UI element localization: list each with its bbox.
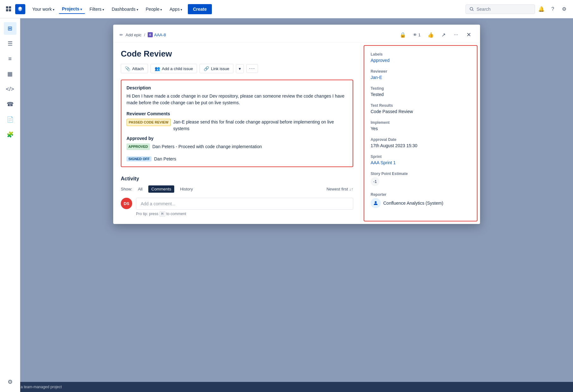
testing-value: Tested (371, 92, 471, 97)
testing-label: Testing (371, 86, 471, 91)
breadcrumb-edit-icon[interactable]: ✏ (120, 33, 123, 37)
issue-title: Code Review (121, 49, 353, 59)
left-panel: Code Review 📎 Attach 👥 Add a child issue… (113, 43, 361, 224)
close-button[interactable]: ✕ (464, 30, 474, 40)
watch-button[interactable]: 👁 1 (410, 31, 423, 39)
nav-people[interactable]: People (143, 5, 165, 14)
nav-apps[interactable]: Apps (166, 5, 185, 14)
nav-filters[interactable]: Filters (86, 5, 107, 14)
modal-body: Code Review 📎 Attach 👥 Add a child issue… (113, 43, 480, 224)
nav-dashboards[interactable]: Dashboards (108, 5, 141, 14)
labels-field: Labels Approved (371, 52, 471, 63)
top-navigation: Your work Projects Filters Dashboards Pe… (0, 0, 573, 18)
watch-icon: 👁 (413, 33, 417, 37)
description-box: Description Hi Den I have made a code ch… (121, 80, 353, 167)
grid-icon[interactable] (4, 4, 14, 14)
reporter-field: Reporter Confluence Analytics (System) (371, 192, 471, 208)
create-button[interactable]: Create (188, 4, 212, 14)
reviewer-comments-title: Reviewer Comments (126, 111, 348, 116)
breadcrumb-add-epic[interactable]: Add epic (126, 33, 142, 37)
passed-badge: PASSED CODE REVIEW (126, 119, 171, 126)
lock-button[interactable]: 🔒 (398, 30, 408, 40)
svg-rect-2 (6, 9, 8, 11)
share-button[interactable]: ↗ (438, 30, 448, 40)
issue-modal: ✏ Add epic / E AAA-8 🔒 👁 1 👍 ↗ ··· ✕ (113, 25, 480, 224)
epic-icon: E (148, 32, 153, 37)
modal-header: ✏ Add epic / E AAA-8 🔒 👁 1 👍 ↗ ··· ✕ (113, 25, 480, 43)
logo[interactable] (15, 4, 25, 14)
story-point-field: Story point estimate -1 (371, 172, 471, 186)
svg-rect-1 (9, 6, 11, 9)
signed-off-text: Dan Peters (154, 156, 176, 161)
reviewer-field: Reviewer Jan-E (371, 69, 471, 80)
svg-line-5 (472, 10, 473, 11)
bottom-bar: You're in a team-managed project (0, 382, 573, 392)
nav-your-work[interactable]: Your work (29, 5, 58, 14)
breadcrumb-epic-link[interactable]: E AAA-8 (148, 32, 166, 37)
reporter-row: Confluence Analytics (System) (371, 198, 471, 208)
test-results-value: Code Passed Review (371, 109, 471, 114)
link-issue-button[interactable]: 🔗 Link issue (200, 64, 233, 73)
sidebar-icon-puzzle[interactable]: 🧩 (4, 128, 16, 141)
sidebar-icon-settings[interactable]: ⚙ (4, 376, 16, 388)
more-actions-button[interactable]: ··· (451, 30, 461, 40)
breadcrumb-separator: / (144, 33, 145, 37)
notifications-icon[interactable]: 🔔 (536, 4, 546, 14)
toolbar: 📎 Attach 👥 Add a child issue 🔗 Link issu… (121, 64, 353, 73)
comment-input[interactable]: Add a comment... (136, 198, 353, 210)
link-icon: 🔗 (204, 66, 209, 71)
attach-icon: 📎 (125, 66, 130, 71)
reviewer-value[interactable]: Jan-E (371, 75, 471, 80)
search-bar[interactable]: Search (465, 4, 535, 14)
breadcrumb: ✏ Add epic / E AAA-8 (120, 32, 166, 37)
test-results-label: Test results (371, 103, 471, 108)
thumbs-up-button[interactable]: 👍 (426, 30, 436, 40)
activity-section: Activity Show: All Comments History Newe… (121, 173, 353, 216)
show-label: Show: (121, 187, 132, 191)
story-point-value: -1 (371, 177, 379, 186)
watch-count: 1 (418, 33, 421, 37)
comment-input-row: DS Add a comment... (121, 198, 353, 210)
sidebar-icon-table[interactable]: ▦ (4, 68, 16, 80)
sprint-value[interactable]: AAA Sprint 1 (371, 160, 471, 165)
svg-point-4 (470, 7, 473, 10)
approved-by-text: Dan Peters - Proceed with code change im… (152, 143, 262, 150)
reviewer-comment-text: Jan-E please send this for final code ch… (173, 119, 348, 132)
activity-tab-all[interactable]: All (135, 185, 145, 193)
nav-projects[interactable]: Projects (59, 4, 85, 14)
activity-tab-comments[interactable]: Comments (148, 185, 175, 193)
labels-value[interactable]: Approved (371, 58, 471, 63)
reporter-value: Confluence Analytics (System) (383, 201, 443, 206)
child-icon: 👥 (155, 66, 160, 71)
svg-point-6 (375, 201, 377, 203)
settings-icon[interactable]: ⚙ (559, 4, 569, 14)
signed-off-badge: SIGNED OFF (126, 156, 151, 161)
sidebar-icon-stack[interactable]: ≡ (4, 52, 16, 65)
sidebar-icon-phone[interactable]: ☎ (4, 98, 16, 111)
attach-button[interactable]: 📎 Attach (121, 64, 148, 73)
sort-button[interactable]: Newest first ↓↑ (326, 187, 353, 191)
activity-tab-history[interactable]: History (177, 185, 196, 193)
sidebar-icon-home[interactable]: ⊞ (4, 22, 16, 35)
test-results-field: Test results Code Passed Review (371, 103, 471, 114)
right-panel: Labels Approved Reviewer Jan-E Testing T… (364, 45, 478, 221)
approval-date-label: Approval Date (371, 137, 471, 142)
search-icon (470, 7, 474, 11)
sidebar-icon-document[interactable]: 📄 (4, 113, 16, 126)
approved-badge: APPROVED (126, 143, 150, 150)
add-child-button[interactable]: 👥 Add a child issue (151, 64, 197, 73)
reporter-label: Reporter (371, 192, 471, 197)
dropdown-button[interactable]: ▾ (236, 64, 244, 73)
activity-title: Activity (121, 176, 353, 182)
help-icon[interactable]: ? (548, 4, 558, 14)
approval-date-field: Approval Date 17th August 2023 15:30 (371, 137, 471, 148)
sidebar-icon-code[interactable]: </> (4, 83, 16, 95)
reviewer-comment-line: PASSED CODE REVIEW Jan-E please send thi… (126, 119, 348, 132)
implement-field: Implement Yes (371, 120, 471, 131)
svg-rect-3 (9, 9, 11, 11)
more-toolbar-button[interactable]: ··· (246, 64, 258, 73)
sidebar-icon-layers[interactable]: ☰ (4, 37, 16, 50)
sprint-field: Sprint AAA Sprint 1 (371, 154, 471, 165)
approved-by-line: APPROVED Dan Peters - Proceed with code … (126, 143, 348, 150)
testing-field: Testing Tested (371, 86, 471, 97)
